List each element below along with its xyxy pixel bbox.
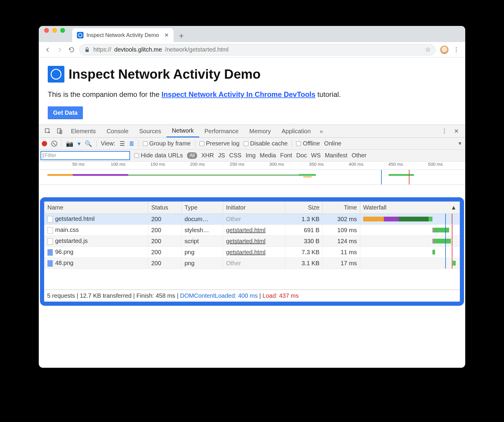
table-row[interactable]: getstarted.html200docum…Other1.3 KB302 m…: [44, 214, 460, 225]
filter-row: Filter Hide data URLs All XHRJSCSSImgMed…: [39, 150, 465, 162]
table-row[interactable]: main.css200stylesh…getstarted.html691 B1…: [44, 225, 460, 236]
devtools-tabs: ElementsConsoleSourcesNetworkPerformance…: [39, 125, 465, 138]
svg-point-7: [444, 129, 445, 130]
devtools-tab-console[interactable]: Console: [101, 125, 134, 137]
column-header-name[interactable]: Name: [44, 202, 148, 214]
camera-icon[interactable]: 📷: [66, 140, 73, 147]
request-table-highlight: NameStatusTypeInitiatorSizeTimeWaterfall…: [40, 197, 464, 306]
back-button[interactable]: [42, 44, 54, 56]
devtools-tab-application[interactable]: Application: [276, 125, 316, 137]
filter-icon[interactable]: ▾: [78, 140, 81, 147]
column-header-type[interactable]: Type: [181, 202, 223, 214]
filter-type-all[interactable]: All: [187, 152, 197, 159]
network-summary: 5 requests | 12.7 KB transferred | Finis…: [44, 290, 460, 302]
record-button[interactable]: [42, 141, 47, 146]
online-select[interactable]: Online: [324, 140, 341, 147]
group-by-frame-checkbox[interactable]: Group by frame: [143, 140, 191, 147]
browser-tab[interactable]: Inspect Network Activity Demo ✕: [72, 28, 174, 42]
document-file-icon: [47, 216, 53, 223]
reload-button[interactable]: [66, 44, 78, 56]
svg-rect-5: [58, 129, 61, 133]
timeline-overview[interactable]: [39, 170, 465, 185]
disable-cache-checkbox[interactable]: Disable cache: [244, 140, 288, 147]
column-header-status[interactable]: Status: [148, 202, 181, 214]
initiator-link[interactable]: getstarted.html: [226, 227, 265, 233]
throttling-dropdown-icon[interactable]: ▼: [457, 141, 462, 146]
devtools-tab-network[interactable]: Network: [166, 125, 199, 137]
filter-type-media[interactable]: Media: [260, 152, 276, 159]
svg-point-3: [456, 51, 457, 52]
toolbar: https://devtools.glitch.me/network/getst…: [39, 42, 465, 58]
close-window-button[interactable]: [44, 28, 49, 33]
ruler-tick: 400 ms: [349, 162, 363, 167]
devtools-tab-performance[interactable]: Performance: [199, 125, 244, 137]
forward-button[interactable]: [54, 44, 66, 56]
minimize-window-button[interactable]: [52, 28, 57, 33]
new-tab-button[interactable]: ＋: [175, 29, 188, 42]
table-row[interactable]: 96.png200pnggetstarted.html7.3 KB11 ms: [44, 247, 460, 258]
column-header-size[interactable]: Size: [285, 202, 322, 214]
browser-window: Inspect Network Activity Demo ✕ ＋ https:…: [39, 26, 465, 368]
clear-button[interactable]: [51, 141, 57, 147]
filter-type-ws[interactable]: WS: [311, 152, 321, 159]
column-header-time[interactable]: Time: [323, 202, 360, 214]
maximize-window-button[interactable]: [60, 28, 65, 33]
get-data-button[interactable]: Get Data: [48, 106, 83, 119]
more-panels-button[interactable]: »: [316, 128, 327, 135]
page-logo-icon: [48, 66, 64, 83]
bookmark-star-icon[interactable]: ☆: [425, 46, 431, 54]
page-heading: Inspect Network Activity Demo: [69, 67, 261, 82]
offline-checkbox[interactable]: Offline: [296, 140, 320, 147]
ruler-tick: 50 ms: [72, 162, 85, 167]
page-intro: This is the companion demo for the Inspe…: [48, 90, 456, 99]
table-row[interactable]: getstarted.js200scriptgetstarted.html330…: [44, 236, 460, 247]
url-path: /network/getstarted.html: [165, 46, 228, 53]
waterfall-icon[interactable]: ≣: [129, 140, 134, 147]
view-label: View:: [101, 140, 115, 147]
filter-input[interactable]: Filter: [41, 151, 130, 160]
profile-avatar[interactable]: [440, 46, 449, 54]
filter-type-doc[interactable]: Doc: [296, 152, 307, 159]
filter-type-font[interactable]: Font: [280, 152, 292, 159]
device-toggle-icon[interactable]: [54, 125, 66, 137]
url-scheme: https://: [93, 46, 111, 53]
document-file-icon: [47, 227, 53, 234]
svg-point-1: [456, 47, 457, 48]
filter-type-manifest[interactable]: Manifest: [325, 152, 347, 159]
devtools-menu-button[interactable]: [438, 125, 450, 137]
column-header-initiator[interactable]: Initiator: [223, 202, 285, 214]
ruler-tick: 500 ms: [428, 162, 443, 167]
filter-type-other[interactable]: Other: [352, 152, 367, 159]
traffic-lights: [44, 26, 65, 42]
address-bar[interactable]: https://devtools.glitch.me/network/getst…: [79, 44, 435, 55]
table-row[interactable]: 48.png200pngOther3.1 KB17 ms: [44, 258, 460, 269]
hide-data-urls-checkbox[interactable]: Hide data URLs: [134, 152, 183, 159]
url-host: devtools.glitch.me: [114, 46, 162, 53]
filter-type-xhr[interactable]: XHR: [201, 152, 214, 159]
inspect-element-icon[interactable]: [42, 125, 54, 137]
filter-type-img[interactable]: Img: [246, 152, 256, 159]
column-header-waterfall[interactable]: Waterfall ▲: [360, 202, 460, 214]
lock-icon: [84, 46, 90, 53]
image-file-icon: [47, 260, 53, 267]
devtools-tab-memory[interactable]: Memory: [244, 125, 276, 137]
svg-point-9: [444, 133, 445, 134]
initiator-link[interactable]: getstarted.html: [226, 238, 265, 244]
menu-button[interactable]: [450, 44, 462, 56]
tutorial-link[interactable]: Inspect Network Activity In Chrome DevTo…: [162, 90, 316, 98]
tab-title: Inspect Network Activity Demo: [86, 32, 159, 38]
search-icon[interactable]: 🔍: [85, 140, 92, 147]
request-table: NameStatusTypeInitiatorSizeTimeWaterfall…: [44, 201, 460, 290]
filter-type-js[interactable]: JS: [218, 152, 225, 159]
close-tab-icon[interactable]: ✕: [164, 32, 169, 38]
devtools-close-button[interactable]: ✕: [450, 125, 462, 137]
devtools-tab-sources[interactable]: Sources: [134, 125, 166, 137]
initiator-link[interactable]: getstarted.html: [226, 249, 265, 255]
large-rows-icon[interactable]: ☰: [120, 140, 125, 147]
preserve-log-checkbox[interactable]: Preserve log: [200, 140, 239, 147]
network-toolbar: 📷 ▾ 🔍 View: ☰ ≣ Group by frame Preserve …: [39, 138, 465, 150]
filter-type-css[interactable]: CSS: [229, 152, 242, 159]
devtools-tab-elements[interactable]: Elements: [66, 125, 101, 137]
timeline-ruler[interactable]: 50 ms100 ms150 ms200 ms250 ms300 ms350 m…: [39, 162, 465, 170]
ruler-tick: 250 ms: [230, 162, 244, 167]
